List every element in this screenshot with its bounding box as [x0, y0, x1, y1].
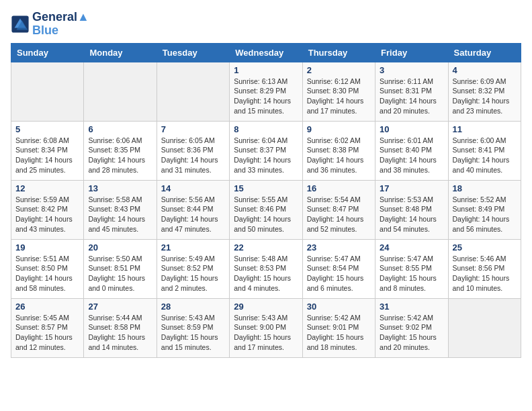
- day-number: 21: [161, 242, 225, 253]
- week-row-4: 19Sunrise: 5:51 AM Sunset: 8:50 PM Dayli…: [11, 239, 521, 298]
- day-cell: 28Sunrise: 5:43 AM Sunset: 8:59 PM Dayli…: [157, 298, 229, 357]
- week-row-3: 12Sunrise: 5:59 AM Sunset: 8:42 PM Dayli…: [11, 180, 521, 239]
- day-cell: 30Sunrise: 5:42 AM Sunset: 9:01 PM Dayli…: [302, 298, 375, 357]
- day-number: 8: [234, 124, 298, 134]
- day-info: Sunrise: 5:51 AM Sunset: 8:50 PM Dayligh…: [15, 254, 79, 293]
- day-info: Sunrise: 5:45 AM Sunset: 8:57 PM Dayligh…: [15, 313, 79, 353]
- week-row-2: 5Sunrise: 6:08 AM Sunset: 8:34 PM Daylig…: [11, 121, 521, 180]
- day-cell: 6Sunrise: 6:06 AM Sunset: 8:35 PM Daylig…: [84, 121, 157, 180]
- day-cell: 31Sunrise: 5:42 AM Sunset: 9:02 PM Dayli…: [375, 298, 448, 357]
- day-cell: 11Sunrise: 6:00 AM Sunset: 8:41 PM Dayli…: [448, 121, 521, 180]
- day-info: Sunrise: 6:00 AM Sunset: 8:41 PM Dayligh…: [453, 136, 517, 175]
- day-cell: 12Sunrise: 5:59 AM Sunset: 8:42 PM Dayli…: [11, 180, 84, 239]
- day-info: Sunrise: 5:48 AM Sunset: 8:53 PM Dayligh…: [234, 254, 298, 293]
- day-info: Sunrise: 6:11 AM Sunset: 8:31 PM Dayligh…: [380, 77, 443, 116]
- day-number: 12: [15, 183, 79, 193]
- day-number: 1: [234, 65, 298, 75]
- day-cell: 19Sunrise: 5:51 AM Sunset: 8:50 PM Dayli…: [11, 239, 84, 298]
- day-header-friday: Friday: [375, 43, 448, 62]
- day-number: 25: [453, 242, 517, 253]
- day-info: Sunrise: 6:09 AM Sunset: 8:32 PM Dayligh…: [453, 77, 517, 116]
- calendar-table: SundayMondayTuesdayWednesdayThursdayFrid…: [11, 43, 521, 358]
- day-number: 13: [88, 183, 152, 193]
- day-cell: [157, 62, 229, 121]
- day-info: Sunrise: 5:47 AM Sunset: 8:55 PM Dayligh…: [380, 254, 443, 293]
- day-header-monday: Monday: [84, 43, 157, 62]
- day-info: Sunrise: 5:43 AM Sunset: 8:59 PM Dayligh…: [161, 313, 225, 353]
- day-info: Sunrise: 6:08 AM Sunset: 8:34 PM Dayligh…: [15, 136, 79, 175]
- day-number: 4: [453, 65, 517, 75]
- day-number: 27: [88, 302, 152, 312]
- day-info: Sunrise: 6:01 AM Sunset: 8:40 PM Dayligh…: [380, 136, 443, 175]
- day-cell: [448, 298, 521, 357]
- day-cell: [11, 62, 84, 121]
- logo-text: General▲ Blue: [32, 11, 89, 38]
- day-info: Sunrise: 5:54 AM Sunset: 8:47 PM Dayligh…: [307, 195, 371, 234]
- day-cell: 17Sunrise: 5:53 AM Sunset: 8:48 PM Dayli…: [375, 180, 448, 239]
- day-number: 20: [88, 242, 152, 253]
- day-info: Sunrise: 6:13 AM Sunset: 8:29 PM Dayligh…: [234, 77, 298, 116]
- day-info: Sunrise: 6:12 AM Sunset: 8:30 PM Dayligh…: [307, 77, 371, 116]
- day-cell: 1Sunrise: 6:13 AM Sunset: 8:29 PM Daylig…: [230, 62, 302, 121]
- day-info: Sunrise: 5:49 AM Sunset: 8:52 PM Dayligh…: [161, 254, 225, 293]
- day-info: Sunrise: 5:55 AM Sunset: 8:46 PM Dayligh…: [234, 195, 298, 234]
- day-cell: 15Sunrise: 5:55 AM Sunset: 8:46 PM Dayli…: [230, 180, 302, 239]
- day-info: Sunrise: 5:50 AM Sunset: 8:51 PM Dayligh…: [88, 254, 152, 293]
- logo: General▲ Blue: [11, 11, 89, 38]
- day-info: Sunrise: 5:52 AM Sunset: 8:49 PM Dayligh…: [453, 195, 517, 234]
- day-cell: 14Sunrise: 5:56 AM Sunset: 8:44 PM Dayli…: [157, 180, 229, 239]
- day-number: 30: [307, 302, 371, 312]
- day-cell: 21Sunrise: 5:49 AM Sunset: 8:52 PM Dayli…: [157, 239, 229, 298]
- day-cell: 20Sunrise: 5:50 AM Sunset: 8:51 PM Dayli…: [84, 239, 157, 298]
- day-info: Sunrise: 5:59 AM Sunset: 8:42 PM Dayligh…: [15, 195, 79, 234]
- day-cell: 27Sunrise: 5:44 AM Sunset: 8:58 PM Dayli…: [84, 298, 157, 357]
- day-number: 11: [453, 124, 517, 134]
- day-info: Sunrise: 5:42 AM Sunset: 9:02 PM Dayligh…: [380, 313, 443, 353]
- day-header-wednesday: Wednesday: [230, 43, 302, 62]
- day-number: 26: [15, 302, 79, 312]
- day-number: 10: [380, 124, 443, 134]
- day-info: Sunrise: 5:46 AM Sunset: 8:56 PM Dayligh…: [453, 254, 517, 293]
- day-number: 15: [234, 183, 298, 193]
- day-cell: 9Sunrise: 6:02 AM Sunset: 8:38 PM Daylig…: [302, 121, 375, 180]
- day-number: 28: [161, 302, 225, 312]
- week-row-5: 26Sunrise: 5:45 AM Sunset: 8:57 PM Dayli…: [11, 298, 521, 357]
- day-info: Sunrise: 5:56 AM Sunset: 8:44 PM Dayligh…: [161, 195, 225, 234]
- day-info: Sunrise: 5:43 AM Sunset: 9:00 PM Dayligh…: [234, 313, 298, 353]
- day-number: 9: [307, 124, 371, 134]
- day-number: 14: [161, 183, 225, 193]
- day-number: 2: [307, 65, 371, 75]
- day-info: Sunrise: 5:53 AM Sunset: 8:48 PM Dayligh…: [380, 195, 443, 234]
- day-info: Sunrise: 5:42 AM Sunset: 9:01 PM Dayligh…: [307, 313, 371, 353]
- day-number: 29: [234, 302, 298, 312]
- day-number: 23: [307, 242, 371, 253]
- day-header-thursday: Thursday: [302, 43, 375, 62]
- day-header-sunday: Sunday: [11, 43, 84, 62]
- day-header-tuesday: Tuesday: [157, 43, 229, 62]
- day-header-saturday: Saturday: [448, 43, 521, 62]
- day-info: Sunrise: 5:47 AM Sunset: 8:54 PM Dayligh…: [307, 254, 371, 293]
- day-number: 19: [15, 242, 79, 253]
- day-cell: 16Sunrise: 5:54 AM Sunset: 8:47 PM Dayli…: [302, 180, 375, 239]
- day-cell: 8Sunrise: 6:04 AM Sunset: 8:37 PM Daylig…: [230, 121, 302, 180]
- day-cell: 5Sunrise: 6:08 AM Sunset: 8:34 PM Daylig…: [11, 121, 84, 180]
- day-cell: 23Sunrise: 5:47 AM Sunset: 8:54 PM Dayli…: [302, 239, 375, 298]
- day-number: 6: [88, 124, 152, 134]
- day-cell: 3Sunrise: 6:11 AM Sunset: 8:31 PM Daylig…: [375, 62, 448, 121]
- day-headers-row: SundayMondayTuesdayWednesdayThursdayFrid…: [11, 43, 521, 62]
- day-cell: 26Sunrise: 5:45 AM Sunset: 8:57 PM Dayli…: [11, 298, 84, 357]
- page-header: General▲ Blue: [11, 11, 521, 38]
- day-number: 18: [453, 183, 517, 193]
- day-number: 7: [161, 124, 225, 134]
- day-cell: 2Sunrise: 6:12 AM Sunset: 8:30 PM Daylig…: [302, 62, 375, 121]
- day-number: 17: [380, 183, 443, 193]
- day-info: Sunrise: 6:06 AM Sunset: 8:35 PM Dayligh…: [88, 136, 152, 175]
- day-cell: 22Sunrise: 5:48 AM Sunset: 8:53 PM Dayli…: [230, 239, 302, 298]
- day-cell: 7Sunrise: 6:05 AM Sunset: 8:36 PM Daylig…: [157, 121, 229, 180]
- day-info: Sunrise: 5:58 AM Sunset: 8:43 PM Dayligh…: [88, 195, 152, 234]
- day-number: 5: [15, 124, 79, 134]
- day-cell: 18Sunrise: 5:52 AM Sunset: 8:49 PM Dayli…: [448, 180, 521, 239]
- day-number: 22: [234, 242, 298, 253]
- day-number: 16: [307, 183, 371, 193]
- day-cell: 25Sunrise: 5:46 AM Sunset: 8:56 PM Dayli…: [448, 239, 521, 298]
